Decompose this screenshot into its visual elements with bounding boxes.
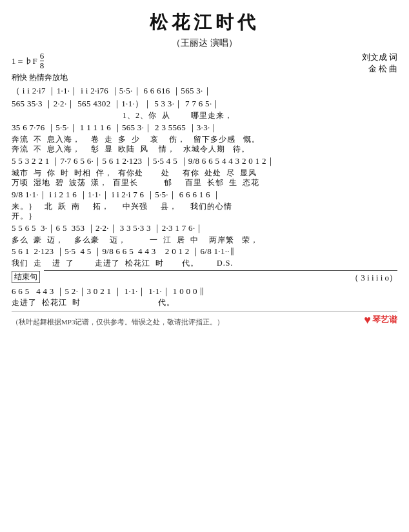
notation-line: 5 6 1 2·123 ｜5·5 4 5 ｜9/8 6 6 5 4 4 3 2 … <box>12 245 397 259</box>
lyric-line: 城市 与 你 时 时相 伴， 有你处 处 有你 处处 尽 显风 <box>12 168 397 179</box>
notation-line: （ i i 2·i7 ｜1·1·｜ i i 2·i76 ｜5·5·｜ 6 6 6… <box>12 84 397 98</box>
lyric-line: 奔流 不 息入海， 彰 显 欧陆 风 情， 水城令人期 待。 <box>12 144 397 155</box>
lyric-line: 来。｝ 北 跃 南 拓， 中兴强 县， 我们的心情 <box>12 202 397 212</box>
logo-text: 琴艺谱 <box>372 314 397 326</box>
logo-heart-icon: ♥ <box>364 313 371 327</box>
section-end-notation: （ 3 i i i i o） <box>44 270 397 284</box>
time-signature: 1＝♭F 6 8 <box>12 52 68 71</box>
tempo-label: 稍快 热情奔放地 <box>12 72 68 83</box>
notation-line: 6 6 5 4 4 3 ｜5 2·｜3 0 2 1 ｜ 1·1·｜ 1·1·｜ … <box>12 285 397 299</box>
footer-area: （秋叶起舞根据MP3记谱，仅供参考。错误之处，敬请批评指正。） ♥ 琴艺谱 <box>12 311 397 327</box>
notation-line: 5 5 3 2 2 1 ｜7·7 6 5 6·｜5 6 1 2·123 ｜5·5… <box>12 155 397 168</box>
notation-line: 35 6 7·76 ｜5·5·｜ 1 1 1 1 6 ｜565 3·｜ 2 3 … <box>12 121 397 135</box>
logo: ♥ 琴艺谱 <box>364 313 397 327</box>
lyric-line: 走进了 松花江 时 代。 <box>12 298 397 308</box>
lyric-line: 我们 走 进 了 走进了 松花江 时 代。 D.S. <box>12 259 397 269</box>
meta-right: 刘文成 词 金 松 曲 <box>362 52 397 75</box>
meta-row: 1＝♭F 6 8 稍快 热情奔放地 刘文成 词 金 松 曲 <box>12 52 397 83</box>
song-subtitle: （王丽达 演唱） <box>12 37 397 49</box>
lyric-line: 开。｝ <box>12 212 397 222</box>
lyricist-label: 刘文成 词 <box>362 52 397 63</box>
section-end-wrapper: 结束句（ 3 i i i i o） <box>12 270 397 284</box>
lyric-line: 多么 豪 迈， 多么豪 迈， 一 江 居 中 两岸繁 荣， <box>12 235 397 246</box>
notation-line: 565 35·3 ｜2·2·｜ 565 4302 ｜1·1·）｜ 5 3 3·｜… <box>12 97 397 111</box>
meta-left: 1＝♭F 6 8 稍快 热情奔放地 <box>12 52 68 83</box>
composer-label: 金 松 曲 <box>368 63 398 75</box>
music-content: （ i i 2·i7 ｜1·1·｜ i i 2·i76 ｜5·5·｜ 6 6 6… <box>12 84 397 308</box>
notation-line: 5 5 6 5 3·｜6 5 353 ｜2·2·｜ 3 3 5·3 3 ｜2·3… <box>12 222 397 235</box>
time-fraction: 6 8 <box>40 52 45 71</box>
copyright-text: （秋叶起舞根据MP3记谱，仅供参考。错误之处，敬请批评指正。） <box>12 317 224 327</box>
lyric-line: 万顷 湿地 碧 波荡 漾， 百里长 郁 百里 长郁 生 态花 <box>12 178 397 188</box>
key-label: 1＝♭F <box>12 55 37 67</box>
notation-line: 9/8 1·1·｜ i i 2 1 6 ｜1·1·｜ i i 2·i 7 6 ｜… <box>12 188 397 202</box>
song-title: 松花江时代 <box>12 10 397 35</box>
section-end-label: 结束句 <box>12 271 40 283</box>
lyric-line: 奔流 不 息入海， 卷 走 多 少 哀 伤， 留下多少感 慨。 <box>12 135 397 145</box>
lyric-line: 1、2、你 从 哪里走来， <box>12 111 397 121</box>
page: 松花江时代 （王丽达 演唱） 1＝♭F 6 8 稍快 热情奔放地 刘文成 词 金… <box>0 0 409 532</box>
